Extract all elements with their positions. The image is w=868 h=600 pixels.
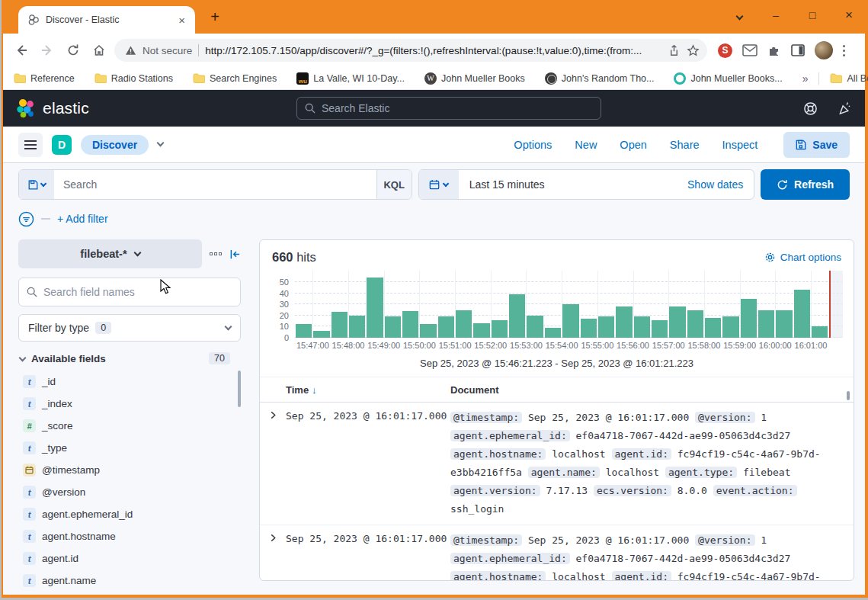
- bookmark-item[interactable]: John Mueller Books...: [674, 72, 782, 85]
- histogram-bar[interactable]: [296, 324, 312, 338]
- histogram-bar[interactable]: [349, 316, 365, 338]
- date-quick-menu[interactable]: [419, 170, 459, 199]
- histogram-bar[interactable]: [598, 316, 614, 338]
- field-item[interactable]: tagent.hostname: [18, 525, 241, 547]
- bookmark-item[interactable]: John's Random Tho...: [545, 72, 655, 85]
- home-icon[interactable]: [88, 40, 110, 61]
- expand-row-icon[interactable]: [269, 409, 286, 518]
- histogram-bar[interactable]: [313, 331, 329, 338]
- histogram-bar[interactable]: [492, 320, 508, 338]
- histogram-bar[interactable]: [473, 323, 489, 338]
- global-search-input[interactable]: Search Elastic: [296, 97, 601, 120]
- breadcrumb[interactable]: Discover: [81, 135, 149, 155]
- bookmark-item[interactable]: Radio Stations: [94, 73, 173, 84]
- field-item[interactable]: tagent.ephemeral_id: [18, 503, 241, 525]
- histogram-plot[interactable]: [295, 271, 843, 338]
- security-label[interactable]: Not secure: [143, 45, 192, 56]
- bookmarks-overflow-chevron[interactable]: »: [802, 72, 809, 85]
- histogram-bar[interactable]: [741, 299, 757, 338]
- refresh-button[interactable]: Refresh: [761, 169, 850, 200]
- chart-options-button[interactable]: Chart options: [764, 252, 841, 263]
- table-scrollbar[interactable]: [847, 391, 850, 400]
- save-button[interactable]: Save: [783, 132, 850, 158]
- histogram-bar[interactable]: [581, 319, 597, 338]
- space-badge[interactable]: D: [52, 135, 72, 155]
- field-item[interactable]: #_score: [18, 415, 241, 437]
- query-language-button[interactable]: KQL: [376, 170, 412, 199]
- histogram-bar[interactable]: [420, 324, 436, 338]
- bookmark-star-icon[interactable]: [687, 44, 700, 57]
- histogram-bar[interactable]: [402, 311, 418, 338]
- browser-menu-icon[interactable]: [843, 45, 845, 56]
- histogram-bar[interactable]: [438, 316, 454, 338]
- collapse-sidebar-icon[interactable]: [229, 249, 241, 260]
- reload-icon[interactable]: [62, 40, 84, 61]
- document-row[interactable]: Sep 25, 2023 @ 16:01:17.000@timestamp: S…: [260, 403, 854, 525]
- bookmark-item[interactable]: Search Engines: [193, 73, 277, 84]
- histogram-bar[interactable]: [545, 328, 561, 338]
- bookmark-item[interactable]: W John Mueller Books: [424, 72, 525, 85]
- field-item[interactable]: t_type: [18, 437, 241, 459]
- histogram-bar[interactable]: [527, 316, 543, 338]
- bookmark-item[interactable]: Reference: [14, 73, 75, 84]
- maximize-icon[interactable]: □: [806, 9, 819, 21]
- histogram-bar[interactable]: [758, 310, 774, 339]
- new-link[interactable]: New: [575, 139, 597, 151]
- add-filter-link[interactable]: + Add filter: [57, 213, 108, 225]
- histogram-bar[interactable]: [722, 316, 738, 338]
- mail-extension-icon[interactable]: [742, 44, 757, 56]
- side-panel-icon[interactable]: [791, 44, 805, 56]
- histogram-bar[interactable]: [456, 310, 472, 339]
- field-item[interactable]: tagent.id: [18, 547, 241, 570]
- all-bookmarks[interactable]: All Bookmarks: [830, 73, 868, 84]
- open-link[interactable]: Open: [620, 139, 646, 151]
- minimize-icon[interactable]: –: [769, 9, 783, 21]
- histogram-bar[interactable]: [776, 310, 792, 339]
- histogram-bar[interactable]: [687, 310, 703, 339]
- histogram-bar[interactable]: [812, 326, 828, 338]
- field-item[interactable]: t_id: [18, 371, 241, 393]
- time-column-header[interactable]: Time↓: [286, 384, 450, 396]
- field-item[interactable]: t_index: [18, 393, 241, 415]
- available-fields-header[interactable]: Available fields 70: [18, 352, 241, 364]
- profile-avatar[interactable]: [815, 41, 833, 59]
- show-dates-link[interactable]: Show dates: [687, 178, 754, 191]
- tab-search-icon[interactable]: [732, 9, 746, 21]
- histogram-bar[interactable]: [634, 316, 650, 338]
- histogram-bar[interactable]: [794, 290, 810, 338]
- field-item[interactable]: tagent.name: [18, 570, 241, 592]
- histogram-bar[interactable]: [367, 278, 383, 338]
- kql-search-input[interactable]: Search: [54, 170, 376, 199]
- expand-row-icon[interactable]: [269, 531, 286, 581]
- options-link[interactable]: Options: [514, 139, 552, 151]
- inspect-link[interactable]: Inspect: [722, 139, 758, 151]
- histogram-bar[interactable]: [705, 318, 721, 338]
- filter-by-type-select[interactable]: Filter by type 0: [18, 314, 241, 342]
- bookmark-item[interactable]: wu La Valle, WI 10-Day...: [296, 72, 405, 85]
- back-icon[interactable]: [11, 40, 32, 61]
- share-icon[interactable]: [668, 44, 681, 57]
- share-link[interactable]: Share: [670, 139, 700, 151]
- grammarly-extension-icon[interactable]: S: [718, 43, 732, 58]
- histogram-bar[interactable]: [332, 312, 348, 338]
- histogram-bar[interactable]: [385, 316, 401, 338]
- field-settings-icon[interactable]: [210, 252, 222, 255]
- menu-hamburger-icon[interactable]: [18, 133, 43, 157]
- histogram-bar[interactable]: [509, 294, 525, 338]
- histogram-bar[interactable]: [652, 320, 668, 338]
- histogram-bar[interactable]: [562, 304, 578, 338]
- histogram-bar[interactable]: [669, 306, 685, 338]
- field-item[interactable]: t@version: [18, 481, 241, 503]
- document-row[interactable]: Sep 25, 2023 @ 16:01:17.000@timestamp: S…: [260, 525, 854, 581]
- sidebar-scrollbar[interactable]: [238, 371, 241, 407]
- saved-query-menu[interactable]: [19, 170, 54, 199]
- time-range-value[interactable]: Last 15 minutes: [459, 178, 545, 191]
- new-tab-button[interactable]: +: [207, 10, 223, 25]
- news-party-icon[interactable]: [838, 101, 853, 116]
- help-icon[interactable]: [803, 101, 818, 116]
- field-search-input[interactable]: Search field names: [18, 278, 241, 306]
- address-bar[interactable]: Not secure http://172.105.7.150/app/disc…: [114, 39, 707, 62]
- index-pattern-select[interactable]: filebeat-*: [18, 239, 202, 268]
- filter-icon[interactable]: [18, 211, 34, 227]
- browser-tab[interactable]: Discover - Elastic ×: [18, 6, 195, 34]
